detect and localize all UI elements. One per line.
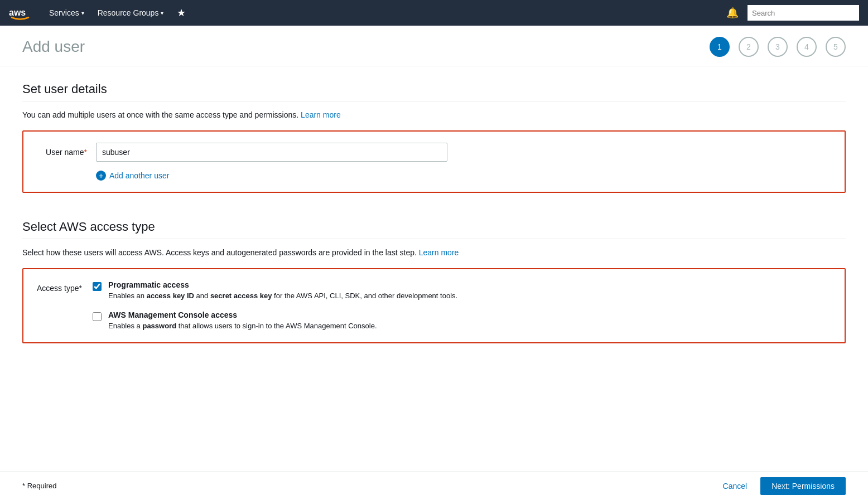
programmatic-access-text: Programmatic access Enables an access ke… xyxy=(108,280,457,302)
programmatic-access-checkbox[interactable] xyxy=(93,282,102,291)
access-type-required-star: * xyxy=(79,284,81,293)
bell-icon[interactable]: 🔔 xyxy=(722,4,743,21)
resource-groups-chevron-icon: ▾ xyxy=(161,10,163,16)
programmatic-checkbox-wrapper[interactable] xyxy=(93,282,102,293)
console-access-option: AWS Management Console access Enables a … xyxy=(93,310,831,332)
access-type-label: Access type* xyxy=(37,280,93,331)
step-3: 3 xyxy=(768,37,788,57)
search-input[interactable] xyxy=(748,5,859,21)
programmatic-access-option: Programmatic access Enables an access ke… xyxy=(93,280,831,302)
username-input[interactable] xyxy=(96,143,447,162)
access-type-options: Programmatic access Enables an access ke… xyxy=(93,280,831,331)
console-access-checkbox[interactable] xyxy=(93,312,102,321)
pin-icon[interactable]: ★ xyxy=(172,4,190,21)
page-title: Add user xyxy=(22,38,85,56)
step-2: 2 xyxy=(739,37,759,57)
services-nav-item[interactable]: Services ▾ xyxy=(45,6,89,20)
section-divider-2 xyxy=(22,239,846,239)
step-4: 4 xyxy=(797,37,817,57)
resource-groups-nav-item[interactable]: Resource Groups ▾ xyxy=(93,6,168,20)
console-access-text: AWS Management Console access Enables a … xyxy=(108,310,377,332)
programmatic-access-title: Programmatic access xyxy=(108,280,457,289)
section-divider-1 xyxy=(22,101,846,101)
set-user-details-title: Set user details xyxy=(22,82,846,96)
console-access-desc: Enables a password that allows users to … xyxy=(108,321,377,332)
secret-access-key-text: secret access key xyxy=(210,292,272,300)
services-label: Services xyxy=(49,8,79,17)
password-text: password xyxy=(142,322,176,330)
username-box: User name* + Add another user xyxy=(22,130,846,193)
username-required-star: * xyxy=(84,148,87,157)
access-key-id-text: access key ID xyxy=(147,292,194,300)
step-1: 1 xyxy=(710,37,730,57)
step-5: 5 xyxy=(826,37,846,57)
access-type-box: Access type* Programmatic access Enables… xyxy=(22,268,846,343)
access-type-title: Select AWS access type xyxy=(22,220,846,234)
svg-text:aws: aws xyxy=(9,8,26,17)
set-user-details-description: You can add multiple users at once with … xyxy=(22,110,846,119)
aws-logo[interactable]: aws xyxy=(9,6,31,20)
programmatic-access-desc: Enables an access key ID and secret acce… xyxy=(108,290,457,302)
top-navigation: aws Services ▾ Resource Groups ▾ ★ 🔔 xyxy=(0,0,868,26)
set-user-details-section: Set user details You can add multiple us… xyxy=(0,66,868,204)
username-row: User name* xyxy=(37,143,831,162)
page-header: Add user 1 2 3 4 5 xyxy=(0,26,868,66)
access-type-description: Select how these users will access AWS. … xyxy=(22,248,846,257)
console-checkbox-wrapper[interactable] xyxy=(93,312,102,323)
resource-groups-label: Resource Groups xyxy=(98,8,159,17)
console-access-title: AWS Management Console access xyxy=(108,310,377,319)
username-label: User name* xyxy=(37,148,87,157)
select-access-type-section: Select AWS access type Select how these … xyxy=(0,204,868,355)
learn-more-link-1[interactable]: Learn more xyxy=(301,110,341,119)
access-type-row: Access type* Programmatic access Enables… xyxy=(37,280,831,331)
services-chevron-icon: ▾ xyxy=(81,10,84,16)
step-indicator: 1 2 3 4 5 xyxy=(710,37,846,57)
add-another-user-link[interactable]: + Add another user xyxy=(96,171,831,181)
learn-more-link-2[interactable]: Learn more xyxy=(419,248,459,257)
plus-circle-icon: + xyxy=(96,171,106,181)
